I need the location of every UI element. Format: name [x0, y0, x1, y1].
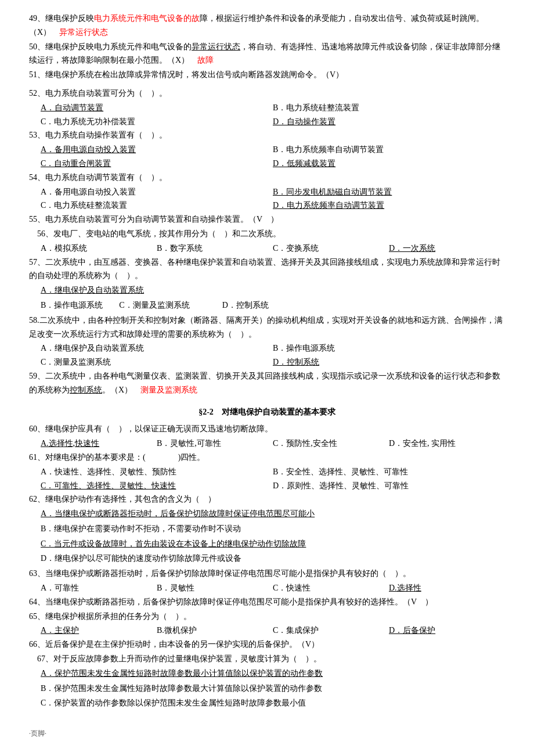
q58-options: A．继电保护及自动装置系统 B．操作电源系统 C．测量及监测系统 D．控制系统 — [41, 341, 505, 369]
q60-optB: B．灵敏性,可靠性 — [157, 437, 273, 451]
q54-optA: A．备用电源自动投入装置 — [41, 185, 273, 199]
question-50: 50、继电保护反映电力系统元件和电气设备的异常运行状态，将自动、有选择性、迅速地… — [29, 40, 505, 68]
q52-options: A．自动调节装置 B．电力系统硅整流装置 C．电力系统无功补偿装置 D．自动操作… — [41, 101, 505, 129]
q63-optB: B．灵敏性 — [157, 581, 273, 595]
question-65: 65、继电保护根据所承担的任务分为（ ）。 — [29, 610, 505, 624]
q53-optA: A．备用电源自动投入装置 — [41, 143, 273, 157]
question-59: 59、二次系统中，由各种电气测量仪表、监测装置、切换开关及其回路接线构成，实现指… — [29, 369, 505, 397]
q58-optB: B．操作电源系统 — [273, 341, 505, 355]
q65-optD: D．后备保护 — [389, 624, 505, 638]
q61-options: A．快速性、选择性、灵敏性、预防性 B．安全性、选择性、灵敏性、可靠性 C．可靠… — [41, 465, 505, 493]
question-67: 67、对于反应故障参数上升而动作的过量继电保护装置，灵敏度计算为（ ）。 — [29, 652, 505, 666]
q49-red-part: 电力系统元件和电气设备的故 — [94, 14, 200, 23]
q56-optD: D．一次系统 — [389, 242, 505, 255]
q61-optB: B．安全性、选择性、灵敏性、可靠性 — [273, 465, 505, 479]
q65-optC: C．集成保护 — [273, 624, 389, 638]
question-64: 64、当继电保护或断路器拒动，后备保护切除故障时保证停电范围尽可能小是指保护具有… — [29, 595, 505, 609]
q56-optC: C．变换系统 — [273, 242, 389, 255]
question-51: 51、继电保护系统在检出故障或异常情况时，将发出信号或向断路器发跳闸命令。（V） — [29, 68, 505, 82]
question-63: 63、当继电保护或断路器拒动时，后备保护切除故障时保证停电范围尽可能小是指保护具… — [29, 567, 505, 581]
q60-optC: C．预防性,安全性 — [273, 437, 389, 451]
q49-text-before: 49、继电保护反映 — [29, 14, 94, 23]
q60-optA: A.选择性,快速性 — [41, 437, 157, 451]
q50-text-before: 50、继电保护反映电力系统元件和电气设备的 — [29, 42, 192, 51]
question-60: 60、继电保护应具有（ ），以保证正确无误而又迅速地切断故障。 — [29, 422, 505, 436]
q60-optD: D．安全性, 实用性 — [389, 437, 505, 451]
q50-underline: 异常运行状态 — [192, 42, 240, 51]
q56-options: A．模拟系统 B．数字系统 C．变换系统 D．一次系统 — [41, 242, 505, 255]
q54-optC: C．电力系统硅整流装置 — [41, 199, 273, 213]
q49-answer: 异常运行状态 — [59, 28, 108, 37]
q65-optA: A．主保护 — [41, 624, 157, 638]
q52-optD: D．自动操作装置 — [273, 115, 505, 129]
question-54: 54、电力系统自动调节装置有（ ）。 — [29, 171, 505, 185]
q54-options: A．备用电源自动投入装置 B．同步发电机励磁自动调节装置 C．电力系统硅整流装置… — [41, 185, 505, 213]
q58-optD: D．控制系统 — [273, 355, 505, 369]
q53-optD: D．低频减载装置 — [273, 157, 505, 171]
q54-optB: B．同步发电机励磁自动调节装置 — [273, 185, 505, 199]
q53-optB: B．电力系统频率自动调节装置 — [273, 143, 505, 157]
q56-optA: A．模拟系统 — [41, 242, 157, 255]
question-61: 61、对继电保护的基本要求是：( )四性。 — [29, 451, 505, 465]
q59-text-mid: 。（X） — [102, 386, 140, 394]
q56-optB: B．数字系统 — [157, 242, 273, 255]
q67-optC: C．保护装置的动作参数除以保护范围未发生金属性短路时故障参数最小值 — [41, 696, 505, 710]
q60-options: A.选择性,快速性 B．灵敏性,可靠性 C．预防性,安全性 D．安全性, 实用性 — [41, 437, 505, 451]
question-57: 57、二次系统中，由互感器、变换器、各种继电保护装置和自动装置、选择开关及其回路… — [29, 255, 505, 283]
q54-optD: D．电力系统频率自动调节装置 — [273, 199, 505, 213]
question-62: 62、继电保护动作有选择性，其包含的含义为（ ） — [29, 492, 505, 506]
q63-optA: A．可靠性 — [41, 581, 157, 595]
footer: ·页脚· — [29, 728, 505, 739]
question-58: 58.二次系统中，由各种控制开关和控制对象（断路器、隔离开关）的操动机构组成，实… — [29, 314, 505, 341]
q57-optA: A．继电保护及自动装置系统 — [41, 283, 505, 297]
q63-optD: D.选择性 — [389, 581, 505, 595]
q53-options: A．备用电源自动投入装置 B．电力系统频率自动调节装置 C．自动重合闸装置 D．… — [41, 143, 505, 171]
q63-optC: C．快速性 — [273, 581, 389, 595]
q62-optD: D．继电保护以尽可能快的速度动作切除故障元件或设备 — [41, 552, 505, 566]
question-55: 55、电力系统自动装置可分为自动调节装置和自动操作装置。（V ） — [29, 213, 505, 226]
q65-optB: B.微机保护 — [157, 624, 273, 638]
q61-optD: D．原则性、选择性、灵敏性、可靠性 — [273, 479, 505, 493]
q62-optC: C．当元件或设备故障时，首先由装设在本设备上的继电保护动作切除故障 — [41, 537, 505, 551]
question-53: 53、电力系统自动操作装置有（ ）。 — [29, 128, 505, 142]
page-content: 49、继电保护反映电力系统元件和电气设备的故障，根据运行维护条件和设备的承受能力… — [29, 12, 505, 740]
q67-optB: B．保护范围未发生金属性短路时故障参数最大计算值除以保护装置的动作参数 — [41, 682, 505, 696]
q59-underline: 控制系统 — [70, 386, 102, 394]
q50-answer: 故障 — [197, 56, 214, 64]
q61-optA: A．快速性、选择性、灵敏性、预防性 — [41, 465, 273, 479]
q67-optA: A．保护范围未发生金属性短路时故障参数最小计算值除以保护装置的动作参数 — [41, 667, 505, 681]
question-52: 52、电力系统自动装置可分为（ ）。 — [29, 87, 505, 100]
q51-text: 51、继电保护系统在检出故障或异常情况时，将发出信号或向断路器发跳闸命令。（V） — [29, 70, 344, 79]
q58-optA: A．继电保护及自动装置系统 — [41, 341, 273, 355]
q65-options: A．主保护 B.微机保护 C．集成保护 D．后备保护 — [41, 624, 505, 638]
question-66: 66、近后备保护是在主保护拒动时，由本设备的另一保护实现的后备保护。（V） — [29, 638, 505, 651]
q52-optB: B．电力系统硅整流装置 — [273, 101, 505, 115]
question-49: 49、继电保护反映电力系统元件和电气设备的故障，根据运行维护条件和设备的承受能力… — [29, 12, 505, 39]
q63-options: A．可靠性 B．灵敏性 C．快速性 D.选择性 — [41, 581, 505, 595]
q52-optA: A．自动调节装置 — [41, 101, 273, 115]
question-56: 56、发电厂、变电站的电气系统，按其作用分为（ ）和二次系统。 — [29, 227, 505, 241]
q59-answer: 测量及监测系统 — [140, 386, 197, 394]
q53-optC: C．自动重合闸装置 — [41, 157, 273, 171]
q57-optBCD: B．操作电源系统 C．测量及监测系统 D．控制系统 — [41, 298, 505, 312]
q62-optB: B．继电保护在需要动作时不拒动，不需要动作时不误动 — [41, 522, 505, 536]
section-title-2-2: §2-2 对继电保护自动装置的基本要求 — [29, 405, 505, 419]
q61-optC: C．可靠性、选择性、灵敏性、快速性 — [41, 479, 273, 493]
q62-optA: A．当继电保护或断路器拒动时，后备保护切除故障时保证停电范围尽可能小 — [41, 507, 505, 521]
q58-optC: C．测量及监测系统 — [41, 355, 273, 369]
q52-optC: C．电力系统无功补偿装置 — [41, 115, 273, 129]
